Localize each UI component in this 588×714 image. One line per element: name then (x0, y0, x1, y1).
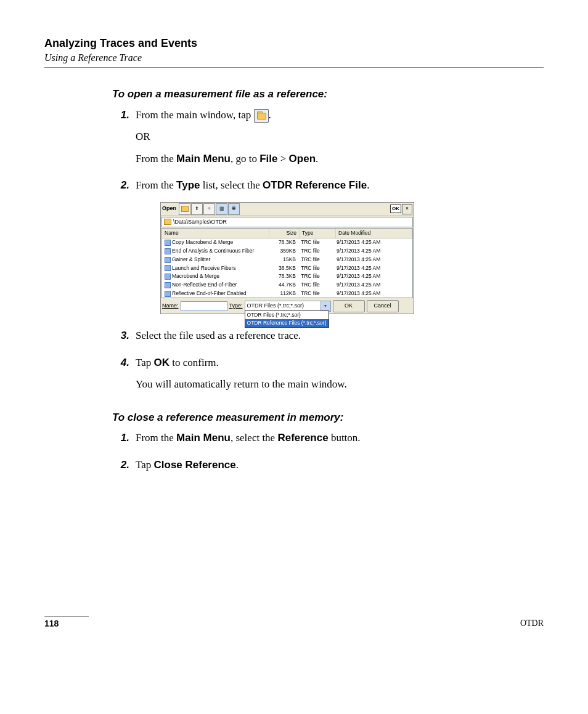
text: You will automatically return to the mai… (136, 376, 544, 392)
text: Tap (136, 357, 154, 368)
bold: Reference (277, 432, 328, 444)
text: From the (136, 153, 176, 164)
file-date: 9/17/2013 4:25 AM (334, 247, 412, 256)
text: Select the file used as a reference trac… (136, 328, 544, 344)
step-1: 1. From the main window, tap . OR From t… (112, 107, 544, 173)
page-number: 118 (44, 619, 59, 628)
bold: File (259, 153, 277, 164)
text: From the (136, 179, 176, 191)
path-bar[interactable]: \Data\Samples\OTDR (161, 217, 413, 228)
file-size: 15KB (269, 255, 298, 264)
step-number: 2. (112, 177, 129, 193)
file-date: 9/17/2013 4:25 AM (334, 238, 412, 247)
file-size: 38.5KB (269, 264, 298, 272)
text: list, select the (200, 179, 263, 191)
bold: OTDR Reference File (263, 179, 367, 191)
bold: Type (176, 179, 200, 191)
ok-button[interactable]: OK (333, 300, 365, 312)
folder-icon (164, 219, 171, 225)
toolbar-icons-view-icon[interactable]: ▦ (216, 203, 227, 215)
col-date[interactable]: Date Modified (336, 229, 412, 238)
file-row[interactable]: Macrobend & Merge78.3KBTRC file9/17/2013… (162, 272, 412, 281)
type-option[interactable]: OTDR Files (*.trc;*.sor) (245, 311, 329, 319)
file-type: TRC file (298, 272, 334, 281)
name-label: Name: (162, 302, 179, 310)
file-size: 78.3KB (269, 238, 298, 247)
text: Tap (136, 459, 154, 471)
text: From the (136, 432, 176, 444)
file-row[interactable]: Non-Reflective End-of-Fiber44.7KBTRC fil… (162, 281, 412, 290)
bold: Main Menu (176, 432, 231, 444)
titlebar-close-button[interactable]: × (402, 204, 412, 214)
cancel-button[interactable]: Cancel (367, 300, 399, 312)
file-size: 359KB (269, 247, 298, 256)
toolbar-open-icon[interactable] (179, 203, 190, 215)
header-rule (44, 67, 544, 68)
file-type: TRC file (298, 247, 334, 256)
file-icon (165, 265, 171, 271)
file-list: Name Size Type Date Modified Copy Macrob… (161, 228, 413, 298)
folder-icon (181, 206, 189, 212)
procedure-heading: To open a measurement file as a referenc… (112, 86, 544, 102)
file-type: TRC file (298, 289, 334, 298)
type-select-value: OTDR Files (*.trc;*.sor) (247, 302, 304, 310)
file-name: Macrobend & Merge (172, 273, 219, 279)
text: . (316, 153, 318, 164)
col-size[interactable]: Size (269, 229, 300, 238)
section-title: Using a Reference Trace (44, 52, 544, 63)
titlebar-ok-button[interactable]: OK (390, 205, 401, 213)
file-size: 44.7KB (269, 281, 298, 290)
file-icon (165, 257, 171, 263)
step-number: 1. (112, 430, 129, 446)
text: . (367, 179, 369, 191)
text: From the main window, tap (136, 109, 254, 121)
bold: Main Menu (176, 153, 231, 164)
file-type: TRC file (298, 281, 334, 290)
step-2b: 2. Tap Close Reference. (112, 457, 544, 479)
file-row[interactable]: End of Analysis & Continuous Fiber359KBT… (162, 247, 412, 256)
toolbar-up-icon[interactable]: ⬆ (191, 203, 203, 215)
file-name: Copy Macrobend & Merge (172, 239, 233, 245)
text: to confirm. (169, 357, 219, 368)
list-header[interactable]: Name Size Type Date Modified (162, 229, 412, 238)
step-4: 4. Tap OK to confirm. You will automatic… (112, 355, 544, 399)
step-2: 2. From the Type list, select the OTDR R… (112, 177, 544, 323)
file-row[interactable]: Launch and Receive Fibers38.5KBTRC file9… (162, 264, 412, 272)
text: . (269, 109, 271, 121)
toolbar-list-view-icon[interactable]: ≣ (228, 203, 240, 215)
step-number: 2. (112, 457, 129, 473)
text: , go to (231, 153, 259, 164)
file-icon (165, 291, 171, 297)
step-number: 1. (112, 107, 129, 123)
file-row[interactable]: Reflective End-of-Fiber Enabled112KBTRC … (162, 289, 412, 298)
step-number: 4. (112, 355, 129, 371)
toolbar-new-icon[interactable]: ✧ (203, 203, 215, 215)
open-folder-icon (254, 109, 269, 123)
col-type[interactable]: Type (300, 229, 336, 238)
dialog-title: Open (162, 205, 176, 213)
step-1b: 1. From the Main Menu, select the Refere… (112, 430, 544, 452)
file-date: 9/17/2013 4:25 AM (334, 281, 412, 290)
type-option-selected[interactable]: OTDR Reference Files (*.trc;*.sor) (245, 319, 329, 327)
file-date: 9/17/2013 4:25 AM (334, 272, 412, 281)
file-icon (165, 274, 171, 280)
chapter-title: Analyzing Traces and Events (44, 37, 544, 50)
step-3: 3. Select the file used as a reference t… (112, 328, 544, 350)
file-date: 9/17/2013 4:25 AM (334, 289, 412, 298)
file-icon (165, 282, 171, 288)
name-input[interactable] (181, 301, 227, 311)
bold: Close Reference (154, 459, 236, 471)
chevron-down-icon: ▼ (321, 301, 330, 311)
file-date: 9/17/2013 4:25 AM (334, 255, 412, 264)
file-icon (165, 248, 171, 254)
file-size: 112KB (269, 289, 298, 298)
bold: Open (289, 153, 316, 164)
text: , select the (231, 432, 277, 444)
dialog-bottom: Name: Type: OTDR Files (*.trc;*.sor) ▼ O… (161, 299, 414, 314)
col-name[interactable]: Name (162, 229, 269, 238)
file-row[interactable]: Gainer & Splitter15KBTRC file9/17/2013 4… (162, 255, 412, 264)
text: > (277, 153, 288, 164)
file-row[interactable]: Copy Macrobend & Merge78.3KBTRC file9/17… (162, 238, 412, 247)
text: . (236, 459, 239, 471)
text: button. (329, 432, 361, 444)
